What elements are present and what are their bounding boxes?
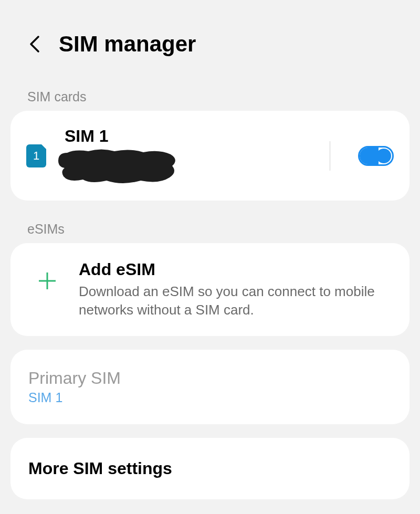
primary-sim-item[interactable]: Primary SIM SIM 1 [10, 350, 410, 424]
sim-number: 1 [33, 149, 39, 163]
sim-toggle[interactable] [358, 146, 394, 166]
add-esim-description: Download an eSIM so you can connect to m… [79, 282, 394, 319]
header: SIM manager [0, 0, 420, 78]
add-esim-item[interactable]: Add eSIM Download an eSIM so you can con… [10, 243, 410, 336]
divider [330, 141, 330, 171]
page-title: SIM manager [59, 32, 196, 57]
plus-icon [38, 271, 57, 290]
sim-name: SIM 1 [65, 127, 311, 146]
back-icon[interactable] [29, 35, 40, 54]
sim-card-icon: 1 [26, 144, 46, 167]
sim-info: SIM 1 [65, 127, 311, 185]
sim-cards-section-label: SIM cards [0, 78, 420, 111]
primary-sim-value: SIM 1 [28, 390, 394, 405]
sim-carrier-redacted [65, 149, 188, 185]
more-sim-settings-label: More SIM settings [28, 459, 394, 478]
esims-section-label: eSIMs [0, 210, 420, 243]
more-sim-settings-item[interactable]: More SIM settings [10, 438, 410, 499]
add-esim-title: Add eSIM [79, 260, 394, 279]
sim-card-item[interactable]: 1 SIM 1 [10, 111, 410, 201]
esim-info: Add eSIM Download an eSIM so you can con… [79, 260, 394, 319]
primary-sim-label: Primary SIM [28, 369, 394, 388]
